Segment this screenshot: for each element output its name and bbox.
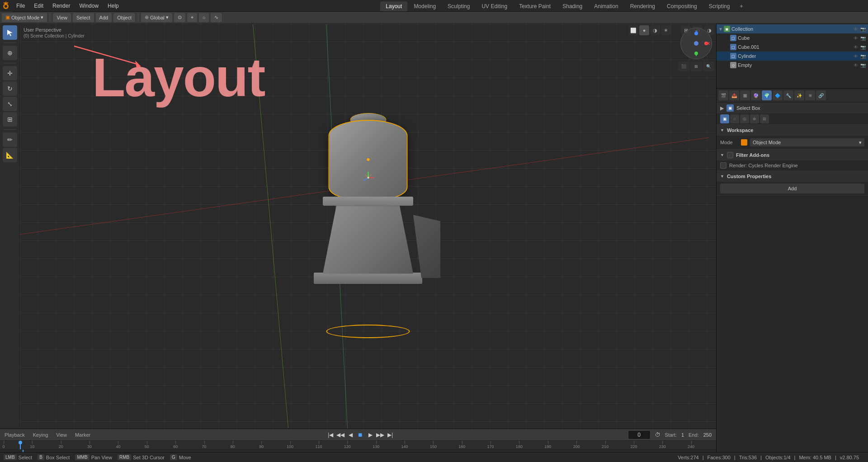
- object-props-btn[interactable]: 🔷: [773, 90, 783, 100]
- tab-layout[interactable]: Layout: [380, 1, 407, 11]
- tab-sculpting[interactable]: Sculpting: [442, 1, 475, 11]
- keyframe-prev-btn[interactable]: |◀: [326, 430, 335, 439]
- timeline-view-btn[interactable]: View: [53, 430, 70, 439]
- top-menu-bar: File Edit Render Window Help Layout Mode…: [0, 0, 868, 12]
- scene-props-btn[interactable]: 🔮: [751, 90, 761, 100]
- output-props-btn[interactable]: 📤: [729, 90, 739, 100]
- nav-gizmo-circle[interactable]: X Y Z: [680, 28, 712, 59]
- outliner-collection-item[interactable]: ▼ ▣ Collection 👁 📷: [717, 24, 868, 33]
- menu-file[interactable]: File: [12, 0, 29, 11]
- outliner-cube-item[interactable]: ▶ ▢ Cube 👁 📷: [717, 33, 868, 42]
- blender-logo[interactable]: [0, 0, 12, 12]
- playback-menu-btn[interactable]: Playback: [2, 430, 28, 439]
- viewport-zoom-btn[interactable]: 🔍: [703, 61, 714, 71]
- tab-scripting[interactable]: Scripting: [703, 1, 736, 11]
- tab-modeling[interactable]: Modeling: [408, 1, 441, 11]
- wireframe-btn[interactable]: ⬜: [628, 25, 638, 35]
- timeline-clock-btn[interactable]: ⏱: [653, 430, 662, 439]
- snap-toggle[interactable]: ⌖: [187, 13, 197, 22]
- object-menu[interactable]: Object: [113, 13, 135, 22]
- mode-dropdown[interactable]: Object Mode ▾: [750, 138, 864, 146]
- cube001-camera-icon[interactable]: 📷: [860, 44, 866, 50]
- select-menu[interactable]: Select: [73, 13, 94, 22]
- menu-help[interactable]: Help: [103, 0, 123, 11]
- falloff-type[interactable]: ∿: [211, 13, 222, 22]
- add-custom-prop-btn[interactable]: Add: [720, 184, 864, 193]
- select-tool-btn[interactable]: [3, 25, 17, 40]
- select-box-mode-btn[interactable]: ▣: [720, 114, 729, 123]
- measure-tool-btn[interactable]: 📐: [3, 148, 17, 162]
- cursor-tool-btn[interactable]: ⊕: [3, 46, 17, 60]
- custom-props-header[interactable]: ▼ Custom Properties: [717, 171, 868, 182]
- material-preview-btn[interactable]: ◑: [650, 25, 660, 35]
- particles-props-btn[interactable]: ✨: [794, 90, 804, 100]
- world-props-btn[interactable]: 🌍: [762, 90, 772, 100]
- menu-edit[interactable]: Edit: [29, 0, 48, 11]
- mode-selector[interactable]: ▣ Object Mode ▾: [2, 13, 47, 22]
- menu-window[interactable]: Window: [75, 0, 103, 11]
- pivot-point[interactable]: ⊙: [174, 13, 185, 22]
- keying-menu-btn[interactable]: Keying: [30, 430, 51, 439]
- select-other-mode-btn[interactable]: ⊕: [750, 114, 759, 123]
- solid-btn[interactable]: ●: [639, 25, 649, 35]
- filter-addons-header[interactable]: ▼ Filter Add-ons: [717, 150, 868, 160]
- workspace-header[interactable]: ▼ Workspace: [717, 125, 868, 136]
- outliner-empty-item[interactable]: ▶ ◇ Empty 👁 📷: [717, 61, 868, 70]
- play-reverse-btn[interactable]: ◀: [346, 430, 355, 439]
- select-circle-mode-btn[interactable]: ○: [730, 114, 739, 123]
- menu-render[interactable]: Render: [48, 0, 75, 11]
- select-lasso-mode-btn[interactable]: ◎: [740, 114, 749, 123]
- outliner-cube001-item[interactable]: ▶ ▢ Cube.001 👁 📷: [717, 42, 868, 52]
- camera-icon[interactable]: 📷: [860, 26, 866, 32]
- render-props-btn[interactable]: 🎬: [718, 90, 728, 100]
- prev-frame-btn[interactable]: ◀◀: [336, 430, 345, 439]
- tab-animation[interactable]: Animation: [589, 1, 623, 11]
- move-tool-btn[interactable]: ✛: [3, 66, 17, 80]
- grid-snap-btn[interactable]: ⊞: [690, 61, 702, 71]
- empty-camera-icon[interactable]: 📷: [860, 62, 866, 68]
- next-frame-btn[interactable]: ▶▶: [376, 430, 385, 439]
- filter-addons-checkbox[interactable]: [727, 152, 733, 158]
- view-layer-props-btn[interactable]: ⊞: [740, 90, 750, 100]
- end-frame-input[interactable]: 250: [701, 431, 714, 438]
- cycles-checkbox[interactable]: [720, 162, 726, 169]
- collection-expand-icon[interactable]: ▼: [718, 27, 723, 32]
- rendered-btn[interactable]: ☀: [661, 25, 671, 35]
- current-frame-display[interactable]: 0: [628, 430, 651, 439]
- play-btn[interactable]: ▶: [366, 430, 375, 439]
- marker-menu-btn[interactable]: Marker: [72, 430, 93, 439]
- keyframe-next-btn[interactable]: ▶|: [386, 430, 395, 439]
- start-frame-input[interactable]: 1: [679, 431, 687, 438]
- physics-props-btn[interactable]: ⚛: [805, 90, 815, 100]
- scale-tool-btn[interactable]: ⤡: [3, 97, 17, 111]
- empty-visibility-icon[interactable]: 👁: [853, 62, 859, 68]
- view-menu[interactable]: View: [53, 13, 71, 22]
- cube001-visibility-icon[interactable]: 👁: [853, 44, 859, 50]
- viewport-3d[interactable]: Layout User Perspective (0) Scene Collec…: [20, 24, 716, 429]
- constraints-props-btn[interactable]: 🔗: [816, 90, 826, 100]
- tab-rendering[interactable]: Rendering: [625, 1, 660, 11]
- cylinder-visibility-icon[interactable]: 👁: [853, 53, 859, 59]
- cube-camera-icon[interactable]: 📷: [860, 35, 866, 41]
- add-menu[interactable]: Add: [96, 13, 112, 22]
- annotate-tool-btn[interactable]: ✏: [3, 132, 17, 147]
- timeline-ruler[interactable]: (function() { const ticks = [0,10,20,30,…: [0, 441, 716, 450]
- tab-texture-paint[interactable]: Texture Paint: [514, 1, 556, 11]
- tab-shading[interactable]: Shading: [557, 1, 588, 11]
- cube-visibility-icon[interactable]: 👁: [853, 35, 859, 41]
- modifier-props-btn[interactable]: 🔧: [783, 90, 793, 100]
- transform-space[interactable]: ⊕ Global ▾: [141, 13, 172, 22]
- outliner-cylinder-item[interactable]: ▶ ▢ Cylinder 👁 📷: [717, 52, 868, 61]
- perspective-toggle-btn[interactable]: ⬛: [678, 61, 689, 71]
- add-workspace-tab[interactable]: +: [736, 1, 746, 11]
- stop-btn[interactable]: ⏹: [356, 430, 365, 439]
- nav-gizmo[interactable]: X Y Z ⬛ ⊞ 🔍: [678, 25, 714, 61]
- select-extra-btn[interactable]: ⊞: [760, 114, 769, 123]
- transform-tool-btn[interactable]: ⊞: [3, 112, 17, 127]
- proportional-edit[interactable]: ○: [199, 13, 209, 22]
- rotate-tool-btn[interactable]: ↻: [3, 81, 17, 96]
- tab-compositing[interactable]: Compositing: [661, 1, 703, 11]
- tab-uv-editing[interactable]: UV Editing: [476, 1, 513, 11]
- cylinder-camera-icon[interactable]: 📷: [860, 53, 866, 59]
- visibility-icon[interactable]: 👁: [853, 26, 859, 32]
